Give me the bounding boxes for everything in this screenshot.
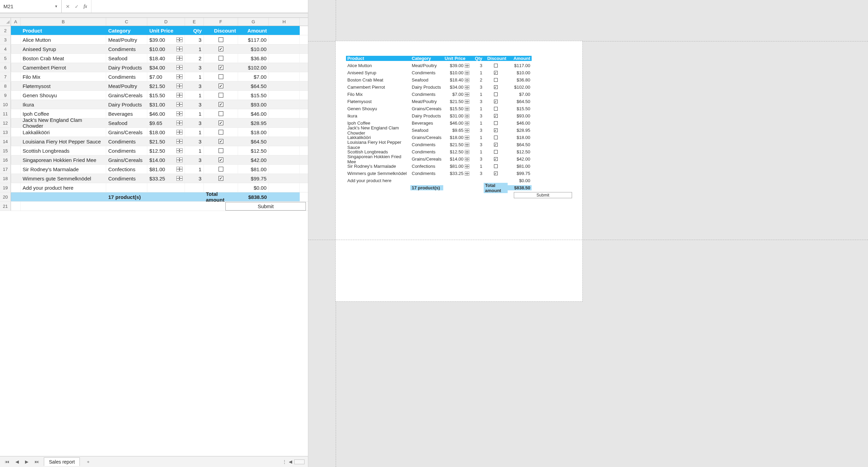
qty-spinner[interactable]: ▲▼ (465, 85, 469, 89)
cell-discount[interactable] (204, 100, 238, 109)
spinner-down-icon[interactable]: ▼ (465, 130, 469, 132)
cell-unit-price[interactable]: $12.50▲▼ (147, 146, 185, 155)
spinner-down-icon[interactable]: ▼ (465, 152, 469, 154)
discount-checkbox[interactable] (494, 143, 498, 147)
cell-amount[interactable]: $12.50 (238, 146, 269, 155)
row-header[interactable]: 12 (0, 118, 11, 127)
cell-category[interactable]: Grains/Cereals (106, 155, 147, 164)
qty-spinner[interactable]: ▲▼ (465, 157, 469, 161)
cell-amount[interactable]: $102.00 (238, 63, 269, 72)
spinner-up-icon[interactable]: ▲ (176, 130, 183, 132)
discount-checkbox[interactable] (494, 107, 498, 111)
spinner-down-icon[interactable]: ▼ (465, 174, 469, 176)
spinner-down-icon[interactable]: ▼ (176, 67, 183, 70)
cell-qty[interactable]: 3 (185, 155, 204, 164)
qty-spinner[interactable]: ▲▼ (465, 164, 469, 168)
cell-amount[interactable]: $10.00 (238, 45, 269, 53)
spinner-down-icon[interactable]: ▼ (465, 102, 469, 104)
total-label[interactable]: Total amount (204, 192, 238, 201)
cell-product[interactable]: Filo Mix (21, 72, 106, 81)
header-product[interactable]: Product (21, 26, 106, 35)
discount-checkbox[interactable] (219, 37, 223, 42)
product-count[interactable]: 17 product(s) (106, 192, 147, 201)
cell-product[interactable]: Aniseed Syrup (21, 45, 106, 53)
row-header[interactable]: 15 (0, 146, 11, 155)
row-header[interactable]: 14 (0, 137, 11, 146)
row-header[interactable]: 2 (0, 26, 11, 35)
qty-spinner[interactable]: ▲▼ (465, 64, 469, 68)
spinner-up-icon[interactable]: ▲ (176, 176, 183, 178)
qty-spinner[interactable]: ▲▼ (465, 92, 469, 97)
cell-category[interactable]: Meat/Poultry (106, 35, 147, 44)
cell-qty[interactable]: 3 (185, 137, 204, 146)
spinner-down-icon[interactable]: ▼ (465, 116, 469, 118)
cell-product[interactable]: Singaporean Hokkien Fried Mee (21, 155, 106, 164)
cell-discount[interactable] (204, 137, 238, 146)
cell-product[interactable]: Camembert Pierrot (21, 63, 106, 72)
tab-nav-last-icon[interactable]: ⏭ (33, 459, 40, 464)
col-header[interactable]: H (269, 18, 300, 26)
hscroll-left-icon[interactable]: ◀ (289, 459, 292, 464)
spinner-down-icon[interactable]: ▼ (176, 178, 183, 181)
tab-nav-prev-icon[interactable]: ◀ (14, 459, 20, 464)
cell-qty[interactable]: 2 (185, 54, 204, 63)
qty-spinner[interactable]: ▲▼ (465, 136, 469, 140)
qty-spinner[interactable]: ▲▼ (176, 74, 183, 79)
col-header[interactable]: A (11, 18, 21, 26)
cell-category[interactable]: Seafood (106, 54, 147, 63)
discount-checkbox[interactable] (494, 172, 498, 175)
spinner-up-icon[interactable]: ▲ (176, 121, 183, 123)
spinner-down-icon[interactable]: ▼ (465, 109, 469, 111)
row-header[interactable]: 8 (0, 81, 11, 90)
cell-amount[interactable]: $15.50 (238, 91, 269, 100)
cell-category[interactable]: Grains/Cereals (106, 128, 147, 137)
cell-product[interactable]: Genen Shouyu (21, 91, 106, 100)
discount-checkbox[interactable] (494, 92, 498, 96)
cell-product[interactable]: Sir Rodney's Marmalade (21, 165, 106, 174)
select-all-corner[interactable] (0, 18, 11, 26)
cell-discount[interactable] (204, 155, 238, 164)
cell-category[interactable]: Condiments (106, 146, 147, 155)
cell-qty[interactable]: 1 (185, 128, 204, 137)
cell-amount[interactable]: $42.00 (238, 155, 269, 164)
spinner-up-icon[interactable]: ▲ (176, 148, 183, 151)
qty-spinner[interactable]: ▲▼ (465, 100, 469, 104)
spinner-up-icon[interactable]: ▲ (176, 157, 183, 160)
cell-category[interactable]: Meat/Poultry (106, 81, 147, 90)
spinner-up-icon[interactable]: ▲ (176, 37, 183, 40)
fx-icon[interactable]: fx (84, 4, 87, 9)
qty-spinner[interactable]: ▲▼ (465, 172, 469, 176)
spinner-up-icon[interactable]: ▲ (176, 74, 183, 77)
qty-spinner[interactable]: ▲▼ (176, 56, 183, 61)
spinner-down-icon[interactable]: ▼ (176, 114, 183, 116)
discount-checkbox[interactable] (219, 102, 223, 107)
discount-checkbox[interactable] (219, 74, 223, 79)
qty-spinner[interactable]: ▲▼ (176, 47, 183, 51)
spinner-down-icon[interactable]: ▼ (465, 80, 469, 82)
cell-amount[interactable]: $93.00 (238, 100, 269, 109)
cell-category[interactable]: Confections (106, 165, 147, 174)
cell-amount[interactable]: $36.80 (238, 54, 269, 63)
discount-checkbox[interactable] (219, 121, 223, 125)
spinner-down-icon[interactable]: ▼ (176, 40, 183, 42)
cell-qty[interactable]: 3 (185, 174, 204, 183)
cell-discount[interactable] (204, 45, 238, 53)
discount-checkbox[interactable] (219, 84, 223, 88)
discount-checkbox[interactable] (494, 164, 498, 168)
cell-qty[interactable]: 3 (185, 100, 204, 109)
cell-unit-price[interactable]: $18.40▲▼ (147, 54, 185, 63)
spinner-down-icon[interactable]: ▼ (465, 73, 469, 75)
tab-nav-first-icon[interactable]: ⏮ (3, 459, 11, 464)
cell-product[interactable]: Ikura (21, 100, 106, 109)
spinner-down-icon[interactable]: ▼ (465, 145, 469, 147)
cell-discount[interactable] (204, 118, 238, 127)
cell-product[interactable]: Boston Crab Meat (21, 54, 106, 63)
cell-discount[interactable] (204, 72, 238, 81)
cell-product[interactable]: Scottish Longbreads (21, 146, 106, 155)
preview-canvas[interactable]: Product Category Unit Price Qty Discount… (308, 0, 868, 467)
cell-amount[interactable]: $64.50 (238, 137, 269, 146)
discount-checkbox[interactable] (219, 139, 223, 144)
cell-unit-price[interactable]: $21.50▲▼ (147, 81, 185, 90)
spinner-up-icon[interactable]: ▲ (176, 139, 183, 141)
cell-qty[interactable]: 3 (185, 81, 204, 90)
